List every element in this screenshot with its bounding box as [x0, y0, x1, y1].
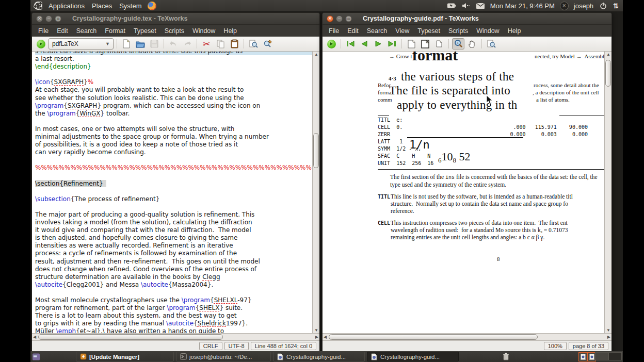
minimize-button[interactable]: – [45, 15, 52, 22]
window-selector-icon[interactable] [33, 353, 40, 360]
svg-text:+: + [457, 41, 459, 45]
ubuntu-logo-icon[interactable] [34, 1, 43, 10]
ins-row: UNIT 152 256 16 [378, 160, 588, 168]
pdf-toolbar: + [323, 37, 611, 52]
source-statusbar: CRLF UTF-8 Line 488 of 1624; col 0 [32, 340, 319, 351]
volume-icon[interactable] [461, 1, 471, 10]
clock[interactable]: Mon Mar 21, 9:46 PM [490, 2, 555, 10]
paste-icon[interactable] [228, 38, 240, 50]
pdf-body-text: The first section of the ins file is con… [378, 173, 604, 241]
last-page-icon[interactable] [386, 38, 398, 50]
power-icon[interactable] [599, 1, 608, 10]
source-vertical-scrollbar[interactable]: ▲ ▼ [312, 52, 319, 333]
editor-line: can very rapidly become confusing. [35, 149, 312, 156]
page-indicator[interactable]: page 8 of 33 [569, 342, 608, 350]
pdf-viewport[interactable]: → Grow t format nected, try Model → Asse… [323, 52, 604, 333]
source-editor[interactable]: s result can save a significant amount o… [32, 52, 312, 333]
ins-row: SFAC C H N [378, 153, 588, 160]
editor-line: In most cases, one or two attempts will … [35, 125, 312, 133]
typeset-button[interactable] [35, 38, 47, 50]
menu-help[interactable]: Help [504, 26, 525, 36]
fit-window-icon[interactable] [433, 38, 445, 50]
editor-line: There is a lot to learn about this syste… [35, 312, 312, 320]
pdf-text-fragment: forma [378, 89, 391, 95]
taskbar-item[interactable]: joseph@ubuntu: ~/De... [176, 352, 271, 361]
fit-width-icon[interactable] [405, 38, 417, 50]
updown-arrows-icon[interactable]: ⇅ [613, 2, 619, 10]
panel-menu-system[interactable]: System [116, 1, 145, 11]
menu-scripts[interactable]: Scripts [160, 26, 188, 36]
pdf-text-fragment: nected, try Model → Assemble re [535, 53, 604, 59]
window-title: Crystallography-guide.pdf - TeXworks [363, 15, 479, 22]
actual-size-icon[interactable] [419, 38, 431, 50]
pdf-horizontal-scrollbar[interactable]: ◀ ▶ [323, 333, 611, 340]
notification-doc-icon[interactable] [578, 352, 587, 361]
taskbar-item[interactable]: Crystallography-guid... [367, 352, 459, 361]
menu-window[interactable]: Window [472, 26, 503, 36]
next-page-icon[interactable] [372, 38, 384, 50]
texworks-icon [277, 353, 284, 360]
trash-icon[interactable] [502, 353, 509, 360]
menu-help[interactable]: Help [219, 26, 241, 36]
menu-view[interactable]: View [391, 26, 413, 36]
user-status-icon[interactable]: ✕ [560, 2, 569, 10]
magnifier-tool-icon[interactable]: + [452, 38, 464, 50]
editor-line: result, adjustment and then re-refinemen… [35, 258, 312, 266]
menu-scripts[interactable]: Scripts [444, 26, 472, 36]
first-page-icon[interactable] [344, 38, 357, 50]
battery-icon[interactable] [447, 1, 456, 10]
cut-icon[interactable]: ✂ [200, 38, 213, 50]
close-button[interactable]: ✕ [327, 15, 333, 22]
copy-icon[interactable] [214, 38, 227, 50]
pdf-definition-item: CELLThis instruction compresses two piec… [378, 219, 604, 241]
close-button[interactable]: ✕ [36, 15, 43, 22]
panel-menu-places[interactable]: Places [88, 1, 116, 11]
undo-icon[interactable] [167, 38, 180, 50]
save-icon[interactable] [148, 38, 160, 50]
zoom-indicator[interactable]: 100% [544, 342, 567, 350]
previous-page-icon[interactable] [358, 38, 371, 50]
typeset-button[interactable] [325, 38, 337, 50]
magnified-formula: 6108 52 [438, 150, 471, 164]
find-icon[interactable] [485, 38, 497, 50]
pdf-vertical-scrollbar[interactable]: ▲ ▼ [604, 52, 611, 333]
menu-search[interactable]: Search [72, 26, 101, 36]
editor-line: a last resort. [35, 55, 312, 63]
line-ending-indicator[interactable]: CRLF [199, 342, 222, 350]
panel-menu-applications[interactable]: Applications [45, 1, 88, 11]
hand-tool-icon[interactable] [466, 38, 478, 50]
taskbar-item[interactable]: Crystallography-guid... [273, 352, 365, 361]
pdf-titlebar[interactable]: ✕ – ▢ Crystallography-guide.pdf - TeXwor… [323, 13, 611, 25]
menu-typeset[interactable]: Typeset [413, 26, 444, 36]
user-menu[interactable]: joseph [574, 2, 593, 10]
source-titlebar[interactable]: ✕ – ▢ Crystallography-guide.tex - TeXwor… [32, 13, 319, 25]
menu-file[interactable]: File [34, 26, 53, 36]
taskbar-item-label: Crystallography-guid... [380, 354, 440, 360]
editor-line: it would give and comparing that with th… [35, 226, 312, 234]
menu-window[interactable]: Window [188, 26, 219, 36]
find-icon[interactable] [247, 38, 260, 50]
encoding-indicator[interactable]: UTF-8 [224, 342, 249, 350]
source-toolbar: pdfLaTeX▼ ✂ [32, 37, 319, 52]
menu-format[interactable]: Format [101, 26, 130, 36]
maximize-button[interactable]: ▢ [345, 15, 352, 22]
taskbar-item[interactable]: [Update Manager] [76, 352, 174, 361]
menu-edit[interactable]: Edit [53, 26, 72, 36]
replace-icon[interactable] [261, 38, 273, 50]
typeset-tool-select[interactable]: pdfLaTeX▼ [49, 38, 114, 50]
menu-typeset[interactable]: Typeset [130, 26, 160, 36]
menu-file[interactable]: File [325, 26, 343, 36]
new-file-icon[interactable] [120, 38, 133, 50]
workspace-switcher[interactable] [595, 352, 622, 360]
pdf-text-fragment: a list of atoms. [536, 96, 570, 103]
source-horizontal-scrollbar[interactable]: ◀ ▶ [32, 333, 319, 340]
menu-search[interactable]: Search [363, 26, 392, 36]
open-file-icon[interactable] [134, 38, 147, 50]
editor-line: \section{Refinement} [35, 180, 312, 188]
menu-edit[interactable]: Edit [343, 26, 363, 36]
minimize-button[interactable]: – [336, 15, 343, 22]
redo-icon[interactable] [181, 38, 194, 50]
firefox-icon[interactable] [147, 1, 156, 10]
maximize-button[interactable]: ▢ [55, 15, 61, 22]
mail-icon[interactable] [476, 1, 485, 10]
